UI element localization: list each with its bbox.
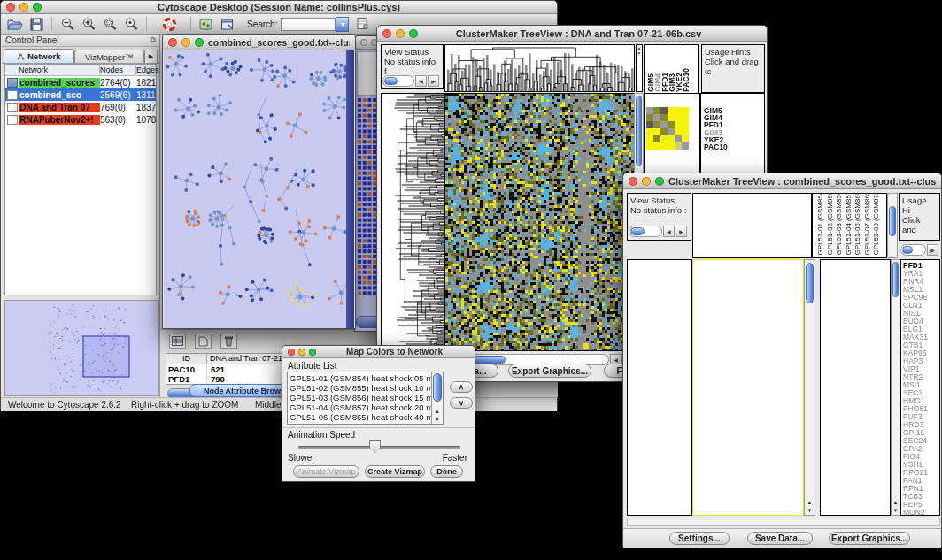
col-edges[interactable]: Edges <box>136 65 159 74</box>
tv1-mini-vscroll[interactable]: ▲▼ <box>636 44 643 92</box>
network-list-row[interactable]: RNAPuberNov2+!563(0)107847(0) <box>5 113 156 126</box>
col-nodes[interactable]: Nodes <box>100 65 136 74</box>
network-list-row[interactable]: combined_sco2569(6)13112(15) <box>5 88 156 101</box>
search-dropdown-arrow-icon[interactable]: ▼ <box>336 17 349 32</box>
create-vizmap-button[interactable]: Create Vizmap <box>365 465 425 478</box>
tv2-hints-scrollbar[interactable]: ▶ <box>900 244 938 256</box>
attribute-grid-icon[interactable] <box>169 334 186 349</box>
zoom-selected-icon[interactable] <box>122 16 140 32</box>
data-col-id[interactable]: ID <box>166 354 207 364</box>
done-button[interactable]: Done <box>430 465 463 478</box>
tv1-heatmap[interactable] <box>444 93 635 351</box>
scroll-arrows-icon[interactable]: ▲▼ <box>892 499 900 515</box>
tv2-zoom-vscrollbar[interactable]: ▲▼ <box>891 259 900 516</box>
tab-overflow-button[interactable]: ▶ <box>144 50 158 63</box>
scroll-right-icon[interactable]: ▶ <box>428 75 439 87</box>
treeview1-title-bar[interactable]: ClusterMaker TreeView : DNA and Tran 07-… <box>377 26 767 42</box>
import-table-icon[interactable] <box>354 16 372 32</box>
zoom-out-icon[interactable] <box>58 16 76 32</box>
minimize-icon[interactable] <box>642 177 651 186</box>
matrix-cell <box>653 142 660 150</box>
attribute-list-item[interactable]: GPL51-04 (GSM857) heat shock 20 min <box>290 403 441 412</box>
column-label: GPL51-08 (GSM872) <box>872 193 882 256</box>
attribute-list-item[interactable]: GPL51-01 (GSM854) heat shock 05 min <box>290 373 441 383</box>
attribute-list-item[interactable]: GPL51-03 (GSM856) heat shock 15 min <box>290 393 441 403</box>
move-down-button[interactable]: ∨ <box>450 397 473 409</box>
tv1-row-dendrogram-pane[interactable] <box>381 93 444 351</box>
scroll-left-icon[interactable]: ◀ <box>663 226 675 237</box>
map-colors-dialog: Map Colors to Network Attribute List GPL… <box>282 345 475 482</box>
minimize-icon[interactable] <box>19 3 28 12</box>
close-icon[interactable] <box>629 177 637 186</box>
snapshot-window-icon[interactable] <box>219 16 236 32</box>
network-list[interactable]: Network Nodes Edges combined_scores2764(… <box>4 64 157 295</box>
zoom-window-icon[interactable] <box>655 177 664 186</box>
birdseye-view[interactable] <box>4 300 159 396</box>
zoom-window-icon[interactable] <box>33 3 42 12</box>
tv2-usage-hints-title: Usage Hi <box>902 196 937 215</box>
scroll-left-icon[interactable]: ◀ <box>415 75 427 87</box>
plugins-icon[interactable] <box>197 16 215 32</box>
scroll-right-icon[interactable]: ▶ <box>676 226 687 237</box>
scroll-arrows-icon[interactable]: ▲▼ <box>432 408 443 424</box>
scroll-right-icon[interactable]: ▶ <box>927 244 938 256</box>
matrix-cell <box>660 142 668 150</box>
attribute-list-item[interactable]: GPL51-06 (GSM865) heat shock 40 min <box>290 412 441 422</box>
move-up-button[interactable]: ∧ <box>450 381 473 393</box>
tv2-collabel-vscrollbar[interactable] <box>887 193 898 258</box>
tv1-column-dendrogram-pane[interactable] <box>444 44 635 92</box>
zoom-window-icon[interactable] <box>309 349 316 356</box>
search-input[interactable] <box>281 18 336 31</box>
network-canvas[interactable] <box>164 50 348 328</box>
tv2-row-dendrogram-pane[interactable] <box>627 259 692 516</box>
tv1-status-scrollbar[interactable]: ◀▶ <box>382 75 439 87</box>
tv2-save-data-button[interactable]: Save Data... <box>747 532 813 545</box>
close-icon[interactable] <box>288 349 295 356</box>
tv2-main-heatmap[interactable] <box>692 259 804 516</box>
attribute-list-item[interactable]: GPL51-02 (GSM855) heat shock 10 min <box>290 383 441 393</box>
tv2-main-vscrollbar[interactable]: ▲▼ <box>804 259 815 516</box>
animate-vizmap-button[interactable]: Animate Vizmap <box>293 465 359 478</box>
col-network[interactable]: Network <box>19 65 100 74</box>
tv2-export-graphics-button[interactable]: Export Graphics... <box>829 532 910 545</box>
network-list-row[interactable]: combined_scores2764(0)16218(0) <box>5 76 156 88</box>
dialog-title-bar[interactable]: Map Colors to Network <box>282 346 475 358</box>
delete-attribute-trash-icon[interactable] <box>220 334 237 349</box>
main-title-bar[interactable]: Cytoscape Desktop (Session Name: collins… <box>1 1 557 14</box>
attribute-list[interactable]: GPL51-01 (GSM854) heat shock 05 minGPL51… <box>287 372 444 425</box>
treeview2-title-bar[interactable]: ClusterMaker TreeView : combined_scores_… <box>623 173 941 189</box>
minimize-icon[interactable] <box>298 349 305 356</box>
close-icon[interactable] <box>6 3 15 12</box>
new-attribute-icon[interactable] <box>195 334 212 349</box>
open-file-icon[interactable] <box>6 16 24 32</box>
tv2-zoom-heatmap[interactable] <box>820 259 891 516</box>
tv2-column-tree-pane[interactable] <box>692 193 812 258</box>
tv1-export-graphics-button[interactable]: Export Graphics... <box>508 364 591 378</box>
close-icon[interactable] <box>360 39 367 46</box>
tv1-similarity-matrix[interactable] <box>646 107 689 150</box>
tv2-bottom-scroll-strip[interactable] <box>627 518 940 526</box>
close-icon[interactable] <box>382 29 391 38</box>
minimize-icon[interactable] <box>396 29 405 38</box>
attribute-list-item[interactable]: GPL51-07 (GSM868) heat shock 60 min <box>290 422 441 425</box>
tv1-view-status-title: View Status <box>384 47 440 57</box>
zoom-window-icon[interactable] <box>409 29 418 38</box>
speed-slider-thumb[interactable] <box>369 440 381 453</box>
network-view-title-bar[interactable]: combined_scores_good.txt--cluste... <box>163 35 355 50</box>
network-list-row[interactable]: DNA and Tran 07769(0)183728(0) <box>5 101 156 113</box>
zoom-window-icon[interactable] <box>195 38 204 47</box>
zoom-in-icon[interactable] <box>80 16 97 32</box>
save-icon[interactable] <box>27 16 45 32</box>
float-panel-icon[interactable]: ⧉ <box>151 35 156 45</box>
help-lifesaver-icon[interactable] <box>160 16 178 32</box>
attribute-list-vscrollbar[interactable]: ▲▼ <box>431 372 443 424</box>
minimize-icon[interactable] <box>181 38 190 47</box>
tab-vizmapper[interactable]: VizMapper™ <box>74 50 145 63</box>
zoom-fit-icon[interactable] <box>101 16 119 32</box>
tab-network[interactable]: Network <box>4 49 74 63</box>
network-view-vscrollbar[interactable] <box>346 50 354 328</box>
scroll-arrows-icon[interactable]: ▲▼ <box>805 499 815 515</box>
tv2-settings-button[interactable]: Settings... <box>669 532 730 545</box>
tv2-status-scrollbar[interactable]: ◀▶ <box>629 226 687 237</box>
close-icon[interactable] <box>168 38 177 47</box>
